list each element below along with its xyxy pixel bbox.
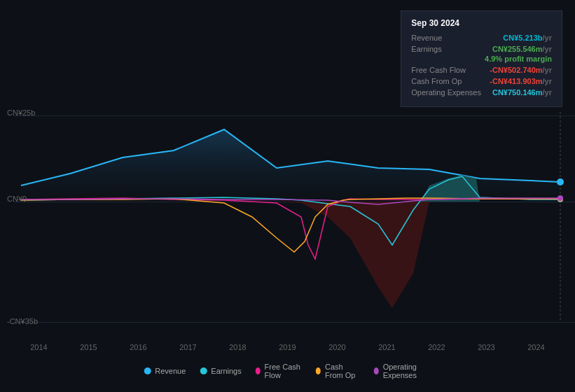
x-label-2021: 2021 bbox=[378, 343, 395, 351]
y-axis-top-label: CN¥25b bbox=[7, 108, 35, 117]
x-label-2018: 2018 bbox=[229, 343, 246, 351]
legend-label-cashop: Cash From Op bbox=[325, 363, 360, 379]
tooltip-fcf-label: Free Cash Flow bbox=[411, 66, 466, 74]
tooltip-fcf-value: -CN¥502.740m/yr bbox=[490, 66, 552, 74]
x-label-2024: 2024 bbox=[527, 343, 544, 351]
tooltip-earnings-label: Earnings bbox=[411, 45, 441, 53]
x-label-2014: 2014 bbox=[30, 343, 47, 351]
tooltip-opex-value: CN¥750.146m/yr bbox=[492, 88, 552, 97]
legend-label-opex: Operating Expenses bbox=[383, 363, 431, 379]
tooltip-fcf-row: Free Cash Flow -CN¥502.740m/yr bbox=[411, 66, 552, 74]
legend-label-revenue: Revenue bbox=[155, 367, 186, 375]
x-label-2016: 2016 bbox=[130, 343, 146, 351]
legend-item-revenue[interactable]: Revenue bbox=[144, 367, 186, 375]
legend-dot-cashop bbox=[316, 368, 321, 374]
legend-item-opex[interactable]: Operating Expenses bbox=[374, 363, 431, 379]
tooltip-cashop-value: -CN¥413.903m/yr bbox=[490, 77, 552, 85]
chart-legend: Revenue Earnings Free Cash Flow Cash Fro… bbox=[144, 363, 431, 379]
tooltip-revenue-row: Revenue CN¥5.213b/yr bbox=[411, 34, 552, 42]
x-label-2022: 2022 bbox=[428, 343, 445, 351]
x-label-2015: 2015 bbox=[80, 343, 97, 351]
x-label-2023: 2023 bbox=[478, 343, 494, 351]
tooltip-revenue-value: CN¥5.213b/yr bbox=[503, 34, 552, 42]
legend-label-earnings: Earnings bbox=[211, 367, 241, 375]
tooltip-box: Sep 30 2024 Revenue CN¥5.213b/yr Earning… bbox=[401, 10, 562, 107]
chart-container: CN¥25b CN¥0 -CN¥35b 2014 2015 2016 2017 … bbox=[0, 0, 575, 392]
tooltip-earnings-value: CN¥255.546m/yr bbox=[492, 45, 552, 53]
legend-dot-fcf bbox=[256, 368, 261, 374]
x-label-2020: 2020 bbox=[328, 343, 345, 351]
legend-item-fcf[interactable]: Free Cash Flow bbox=[256, 363, 302, 379]
x-label-2017: 2017 bbox=[179, 343, 196, 351]
y-axis-bottom-label: -CN¥35b bbox=[7, 317, 38, 326]
tooltip-cashop-row: Cash From Op -CN¥413.903m/yr bbox=[411, 77, 552, 85]
x-axis-labels: 2014 2015 2016 2017 2018 2019 2020 2021 … bbox=[0, 343, 575, 351]
legend-label-fcf: Free Cash Flow bbox=[265, 363, 303, 379]
tooltip-earnings-row: Earnings CN¥255.546m/yr bbox=[411, 45, 552, 53]
tooltip-opex-label: Operating Expenses bbox=[411, 88, 481, 97]
legend-item-earnings[interactable]: Earnings bbox=[200, 367, 241, 375]
legend-dot-revenue bbox=[144, 368, 151, 374]
svg-point-5 bbox=[557, 195, 563, 201]
legend-dot-earnings bbox=[200, 368, 207, 374]
tooltip-profit-margin-row: 4.9% profit margin bbox=[411, 55, 552, 63]
legend-dot-opex bbox=[374, 368, 379, 374]
y-axis-mid-label: CN¥0 bbox=[7, 195, 27, 203]
legend-item-cashop[interactable]: Cash From Op bbox=[316, 363, 360, 379]
tooltip-date: Sep 30 2024 bbox=[411, 18, 552, 28]
tooltip-profit-margin: 4.9% profit margin bbox=[485, 55, 552, 63]
tooltip-revenue-label: Revenue bbox=[411, 34, 442, 42]
x-label-2019: 2019 bbox=[279, 343, 296, 351]
tooltip-opex-row: Operating Expenses CN¥750.146m/yr bbox=[411, 88, 552, 97]
svg-point-1 bbox=[557, 178, 564, 186]
tooltip-cashop-label: Cash From Op bbox=[411, 77, 462, 85]
